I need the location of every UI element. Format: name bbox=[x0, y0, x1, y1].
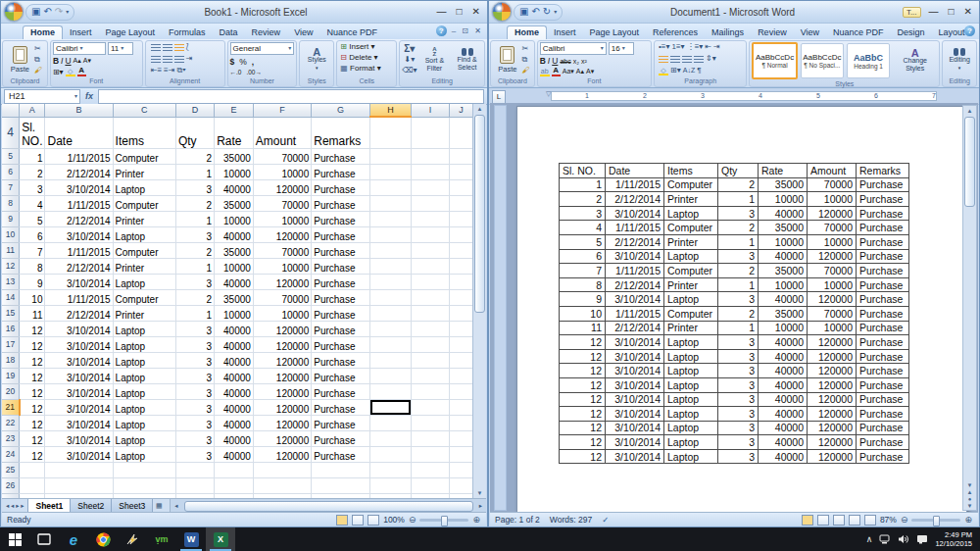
editing-button[interactable]: Editing▾ bbox=[947, 48, 971, 72]
decrease-decimal-icon[interactable]: .00→ bbox=[246, 69, 262, 75]
increase-indent-icon[interactable]: ≡⇥ bbox=[164, 66, 174, 75]
excel-cell[interactable]: 12 bbox=[20, 383, 45, 399]
excel-cell[interactable]: 120000 bbox=[253, 368, 311, 383]
merge-center-icon[interactable]: ⧉▾ bbox=[176, 66, 185, 75]
excel-cell[interactable] bbox=[449, 226, 472, 242]
excel-cell[interactable]: 3 bbox=[175, 274, 214, 289]
excel-cell[interactable]: 70000 bbox=[253, 148, 311, 164]
word-table-cell[interactable]: Computer bbox=[664, 177, 718, 192]
row-header-14[interactable]: 14 bbox=[2, 289, 20, 305]
excel-cell[interactable]: 10000 bbox=[215, 164, 254, 179]
excel-cell[interactable]: Printer bbox=[113, 164, 175, 179]
word-table-cell[interactable]: Laptop bbox=[664, 206, 718, 221]
excel-cell[interactable]: 3/10/2014 bbox=[45, 274, 113, 289]
word-table-cell[interactable]: Purchase bbox=[857, 192, 909, 207]
font-name-select[interactable]: Calibri▾ bbox=[540, 42, 607, 55]
word-table-cell[interactable]: Printer bbox=[664, 321, 718, 335]
word-table-cell[interactable]: 120000 bbox=[808, 377, 857, 392]
word-table-cell[interactable]: Purchase bbox=[857, 321, 909, 335]
excel-cell[interactable] bbox=[369, 195, 411, 211]
word-table-cell[interactable]: Purchase bbox=[857, 407, 909, 422]
font-size-select[interactable]: 11▾ bbox=[108, 42, 133, 55]
excel-cell[interactable]: Laptop bbox=[113, 368, 175, 383]
zoom-slider[interactable] bbox=[419, 519, 468, 522]
excel-cell[interactable]: 4 bbox=[20, 195, 45, 211]
sheet-tab-sheet1[interactable]: Sheet1 bbox=[27, 499, 71, 513]
excel-cell[interactable]: Purchase bbox=[312, 242, 370, 258]
workbook-window-controls[interactable]: – ⊡ ✕ bbox=[452, 26, 483, 35]
excel-cell[interactable]: 3 bbox=[175, 321, 214, 336]
column-header-D[interactable]: D bbox=[175, 104, 214, 117]
word-table-cell[interactable]: 2/12/2014 bbox=[606, 192, 664, 207]
word-table-cell[interactable]: 3/10/2014 bbox=[606, 421, 664, 435]
excel-cell[interactable]: Laptop bbox=[113, 352, 175, 368]
word-table-cell[interactable]: 3/10/2014 bbox=[606, 435, 664, 450]
word-table-cell[interactable]: Purchase bbox=[857, 292, 909, 307]
excel-cell[interactable]: 10000 bbox=[253, 211, 311, 226]
autosum-icon[interactable]: Σ▾ bbox=[404, 43, 415, 54]
word-table-cell[interactable]: 3/10/2014 bbox=[606, 349, 664, 364]
excel-cell[interactable] bbox=[412, 399, 449, 415]
word-table-cell[interactable]: 35000 bbox=[759, 306, 808, 321]
word-table-cell[interactable]: 7 bbox=[560, 264, 606, 278]
excel-cell[interactable]: 40000 bbox=[215, 399, 254, 415]
row-header-5[interactable]: 5 bbox=[2, 148, 20, 164]
italic-icon[interactable]: I bbox=[548, 56, 550, 66]
word-table-cell[interactable]: 12 bbox=[560, 364, 606, 378]
excel-cell[interactable]: Purchase bbox=[312, 164, 370, 179]
word-table-cell[interactable]: 1/11/2015 bbox=[606, 306, 664, 321]
tab-word-home[interactable]: Home bbox=[507, 25, 547, 39]
excel-cell[interactable] bbox=[412, 462, 449, 477]
row-header-20[interactable]: 20 bbox=[2, 383, 20, 399]
word-table-cell[interactable]: 35000 bbox=[759, 264, 808, 278]
tab-word-design[interactable]: Design bbox=[891, 26, 932, 39]
word-table-cell[interactable]: 12 bbox=[560, 407, 606, 422]
highlight-color-icon[interactable]: ab bbox=[540, 68, 550, 76]
column-header-J[interactable]: J bbox=[449, 104, 472, 117]
excel-cell[interactable]: 40000 bbox=[215, 179, 254, 195]
excel-cell[interactable] bbox=[369, 258, 411, 274]
word-table-cell[interactable]: 120000 bbox=[808, 206, 857, 221]
tab-word-page-layout[interactable]: Page Layout bbox=[583, 26, 647, 39]
word-taskbar-icon[interactable]: W bbox=[176, 527, 206, 551]
change-case-icon[interactable]: Aa▾ bbox=[563, 68, 574, 75]
excel-cell[interactable]: 40000 bbox=[215, 415, 254, 430]
chrome-icon[interactable] bbox=[88, 527, 118, 551]
excel-cell[interactable]: 2 bbox=[175, 242, 214, 258]
excel-cell[interactable]: Purchase bbox=[312, 195, 370, 211]
excel-cell[interactable]: 7 bbox=[20, 242, 45, 258]
excel-cell[interactable]: 12 bbox=[20, 399, 45, 415]
row-header-13[interactable]: 13 bbox=[2, 274, 20, 289]
maximize-icon[interactable]: □ bbox=[949, 7, 955, 17]
word-table-cell[interactable]: 120000 bbox=[808, 249, 857, 264]
excel-cell[interactable] bbox=[449, 258, 472, 274]
word-table-cell[interactable]: 3 bbox=[718, 407, 759, 422]
vertical-ruler[interactable] bbox=[494, 105, 507, 511]
office-button[interactable] bbox=[4, 2, 24, 22]
excel-cell[interactable] bbox=[449, 211, 472, 226]
borders-icon[interactable]: ⊞▾ bbox=[53, 68, 64, 76]
underline-icon[interactable]: U bbox=[552, 56, 558, 66]
word-table-cell[interactable]: 10000 bbox=[808, 321, 857, 335]
excel-cell[interactable] bbox=[412, 164, 449, 179]
tab-excel-view[interactable]: View bbox=[287, 26, 319, 39]
word-table-cell[interactable]: Computer bbox=[664, 221, 718, 235]
excel-cell[interactable]: 40000 bbox=[215, 430, 254, 446]
word-table-header[interactable]: Date bbox=[606, 164, 664, 178]
align-right-icon[interactable] bbox=[682, 56, 692, 63]
word-table-cell[interactable]: 40000 bbox=[759, 435, 808, 450]
excel-cell[interactable]: Rate bbox=[215, 117, 254, 148]
zoom-level[interactable]: 87% bbox=[880, 515, 897, 525]
numbering-icon[interactable]: 1≡▾ bbox=[671, 42, 684, 52]
align-bottom-icon[interactable] bbox=[174, 44, 184, 51]
indent-marker-icon[interactable]: ▽ bbox=[546, 90, 551, 98]
word-table-cell[interactable]: 1 bbox=[718, 321, 759, 335]
excel-cell[interactable]: Amount bbox=[253, 117, 311, 148]
word-table-cell[interactable]: Purchase bbox=[857, 377, 909, 392]
row-header-26[interactable]: 26 bbox=[2, 477, 20, 493]
word-table[interactable]: Sl. NO.DateItemsQtyRateAmountRemarks11/1… bbox=[559, 163, 909, 464]
excel-cell[interactable] bbox=[312, 477, 370, 493]
excel-cell[interactable] bbox=[412, 336, 449, 352]
sheet-tab-sheet2[interactable]: Sheet2 bbox=[70, 499, 112, 513]
excel-cell[interactable] bbox=[449, 430, 472, 446]
